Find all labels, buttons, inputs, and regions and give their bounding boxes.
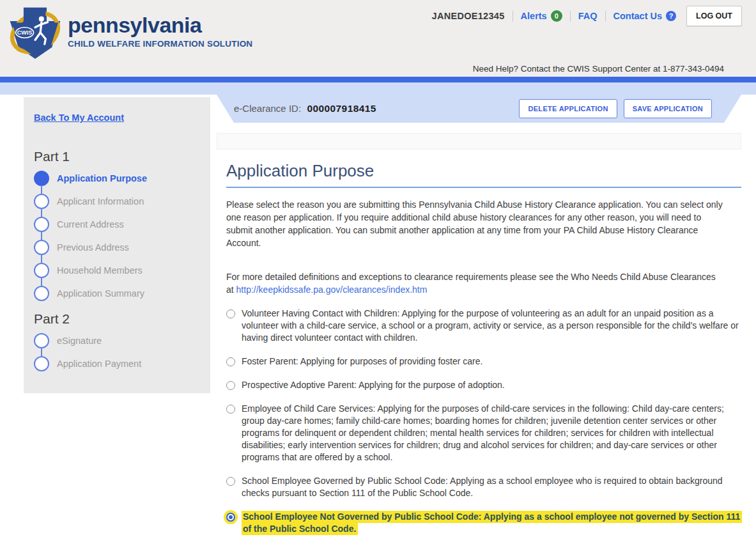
option-foster-parent[interactable]: Foster Parent: Applying for purposes of … bbox=[226, 355, 741, 368]
step-label: Application Purpose bbox=[57, 173, 147, 183]
radio-volunteer[interactable] bbox=[226, 309, 235, 318]
step-dot-icon bbox=[34, 333, 49, 348]
banner-buttons: DELETE APPLICATION SAVE APPLICATION bbox=[519, 99, 712, 118]
help-question-icon: ? bbox=[666, 11, 676, 21]
message-strip bbox=[217, 133, 741, 150]
support-help-text: Need Help? Contact the CWIS Support Cent… bbox=[473, 64, 724, 74]
radio-foster-parent[interactable] bbox=[226, 357, 235, 366]
option-volunteer[interactable]: Volunteer Having Contact with Children: … bbox=[226, 308, 741, 344]
eclearance-banner: e-Clearance ID: 000007918415 DELETE APPL… bbox=[217, 95, 741, 123]
purpose-options-list: Volunteer Having Contact with Children: … bbox=[226, 308, 741, 535]
save-application-button[interactable]: SAVE APPLICATION bbox=[624, 99, 712, 118]
step-dot-icon bbox=[34, 263, 49, 278]
option-label[interactable]: Employee of Child Care Services: Applyin… bbox=[242, 403, 724, 462]
part2-steps: eSignature Application Payment bbox=[34, 333, 204, 371]
step-dot-filled-icon bbox=[34, 171, 49, 186]
step-label: Application Payment bbox=[57, 359, 141, 369]
step-application-purpose[interactable]: Application Purpose bbox=[34, 171, 204, 186]
option-label[interactable]: Prospective Adoptive Parent: Applying fo… bbox=[242, 380, 505, 390]
step-applicant-information[interactable]: Applicant Information bbox=[34, 194, 204, 209]
step-label: Application Summary bbox=[57, 288, 144, 299]
brand-subtitle: CHILD WELFARE INFORMATION SOLUTION bbox=[68, 39, 252, 49]
step-current-address[interactable]: Current Address bbox=[34, 217, 204, 232]
more-info-paragraph: For more detailed definitions and except… bbox=[226, 270, 725, 296]
brand-name: pennsylvania bbox=[68, 14, 252, 36]
cwis-keystone-logo-icon: CWIS bbox=[9, 5, 61, 60]
radio-adoptive-parent[interactable] bbox=[226, 381, 235, 390]
step-application-payment[interactable]: Application Payment bbox=[34, 356, 204, 371]
option-school-employee-not-governed[interactable]: School Employee Not Governed by Public S… bbox=[226, 511, 741, 535]
eclearance-id-value: 000007918415 bbox=[307, 103, 376, 114]
alerts-label: Alerts bbox=[521, 11, 547, 21]
divider bbox=[570, 11, 571, 22]
option-adoptive-parent[interactable]: Prospective Adoptive Parent: Applying fo… bbox=[226, 379, 741, 391]
part1-heading: Part 1 bbox=[34, 149, 204, 164]
step-label: Applicant Information bbox=[57, 196, 144, 206]
step-application-summary[interactable]: Application Summary bbox=[34, 286, 204, 301]
step-dot-icon bbox=[34, 217, 49, 232]
step-label: Current Address bbox=[57, 219, 124, 230]
faq-label: FAQ bbox=[578, 11, 598, 21]
contact-us-label: Contact Us bbox=[613, 11, 663, 21]
step-dot-icon bbox=[34, 194, 49, 209]
faq-link[interactable]: FAQ bbox=[578, 11, 598, 21]
intro-paragraph: Please select the reason you are submitt… bbox=[226, 198, 725, 249]
keepkidssafe-link[interactable]: http://keepkidssafe.pa.gov/clearances/in… bbox=[236, 284, 428, 295]
step-label: Household Members bbox=[57, 265, 143, 276]
radio-child-care-employee[interactable] bbox=[226, 405, 235, 414]
radio-school-employee-governed[interactable] bbox=[226, 477, 235, 486]
part1-steps: Application Purpose Applicant Informatio… bbox=[34, 171, 204, 301]
svg-text:CWIS: CWIS bbox=[17, 29, 33, 36]
option-school-employee-governed[interactable]: School Employee Governed by Public Schoo… bbox=[226, 475, 741, 499]
alerts-link[interactable]: Alerts 0 bbox=[521, 10, 562, 22]
lightblue-strip bbox=[0, 82, 756, 95]
divider bbox=[513, 11, 513, 22]
step-dot-icon bbox=[34, 240, 49, 255]
utility-bar: JANEDOE12345 Alerts 0 FAQ Contact Us ? L… bbox=[432, 6, 742, 26]
option-child-care-employee[interactable]: Employee of Child Care Services: Applyin… bbox=[226, 403, 741, 463]
back-to-account-link[interactable]: Back To My Account bbox=[34, 113, 124, 123]
wizard-sidebar: Back To My Account Part 1 Application Pu… bbox=[24, 97, 210, 393]
contact-us-link[interactable]: Contact Us ? bbox=[613, 11, 677, 21]
username: JANEDOE12345 bbox=[432, 11, 505, 21]
option-label[interactable]: Foster Parent: Applying for purposes of … bbox=[242, 356, 482, 366]
option-label[interactable]: School Employee Not Governed by Public S… bbox=[242, 511, 742, 535]
delete-application-button[interactable]: DELETE APPLICATION bbox=[519, 99, 617, 118]
step-previous-address[interactable]: Previous Address bbox=[34, 240, 204, 255]
main-content: e-Clearance ID: 000007918415 DELETE APPL… bbox=[217, 95, 756, 535]
step-label: Previous Address bbox=[57, 242, 129, 253]
part2-heading: Part 2 bbox=[34, 311, 204, 327]
eclearance-id-label: e-Clearance ID: bbox=[234, 103, 301, 114]
step-household-members[interactable]: Household Members bbox=[34, 263, 204, 278]
alerts-count-badge: 0 bbox=[551, 10, 562, 22]
step-dot-icon bbox=[34, 356, 49, 371]
app-header: CWIS pennsylvania CHILD WELFARE INFORMAT… bbox=[0, 0, 756, 77]
step-dot-icon bbox=[34, 286, 49, 301]
radio-school-employee-not-governed[interactable] bbox=[226, 513, 235, 522]
option-label[interactable]: Volunteer Having Contact with Children: … bbox=[242, 308, 739, 343]
step-esignature[interactable]: eSignature bbox=[34, 333, 204, 348]
title-rule bbox=[226, 187, 741, 188]
blue-divider-bar bbox=[0, 77, 756, 82]
page-title: Application Purpose bbox=[226, 161, 741, 181]
step-label: eSignature bbox=[57, 336, 102, 346]
brand-block: pennsylvania CHILD WELFARE INFORMATION S… bbox=[68, 5, 252, 49]
eclearance-id: e-Clearance ID: 000007918415 bbox=[234, 103, 376, 114]
divider bbox=[605, 11, 606, 22]
logout-button[interactable]: LOG OUT bbox=[686, 6, 742, 26]
option-label[interactable]: School Employee Governed by Public Schoo… bbox=[242, 476, 723, 498]
